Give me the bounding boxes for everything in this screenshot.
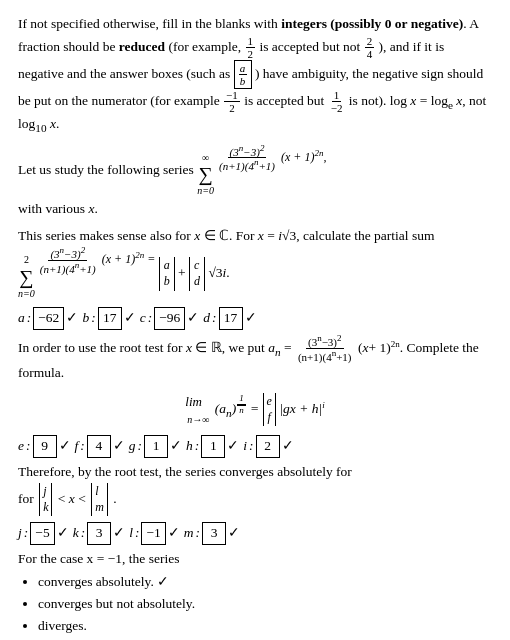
case-neg1-item-1[interactable]: converges absolutely. ✓ xyxy=(38,572,492,593)
answer-row-3: j: −5 ✓ k: 3 ✓ l: −1 ✓ m: 3 ✓ xyxy=(18,522,492,545)
answer-row-2: e: 9 ✓ f: 4 ✓ g: 1 ✓ h: 1 ✓ i: 2 ✓ xyxy=(18,435,492,458)
paragraph-5: Therefore, by the root test, the series … xyxy=(18,462,492,516)
para4-text: In order to use the root test for x ∈ ℝ,… xyxy=(18,340,479,380)
input-k: k: 3 ✓ xyxy=(73,522,126,545)
for-line: for j k < x < l m . xyxy=(18,491,117,506)
input-b: b: 17 ✓ xyxy=(82,307,135,330)
limit-formula: lim n→∞ (an)1n = e f |gx + h|i xyxy=(18,392,492,428)
case-neg1-item-2[interactable]: converges but not absolutely. xyxy=(38,594,492,615)
para5-text: Therefore, by the root test, the series … xyxy=(18,464,352,479)
case-neg1-label: For the case x = −1, the series xyxy=(18,551,179,566)
input-e: e: 9 ✓ xyxy=(18,435,71,458)
check-mark-1: ✓ xyxy=(157,574,169,589)
case-neg1-block: For the case x = −1, the series converge… xyxy=(18,549,492,637)
input-c: c: −96 ✓ xyxy=(140,307,200,330)
answer-row-1: a: −62 ✓ b: 17 ✓ c: −96 ✓ d: 17 ✓ xyxy=(18,307,492,330)
paragraph-2: Let us study the following series ∞ ∑ n=… xyxy=(18,144,492,220)
case-neg1-list: converges absolutely. ✓ converges but no… xyxy=(38,572,492,637)
input-a: a: −62 ✓ xyxy=(18,307,78,330)
input-l: l: −1 ✓ xyxy=(129,522,180,545)
input-m: m: 3 ✓ xyxy=(184,522,240,545)
input-f: f: 4 ✓ xyxy=(75,435,125,458)
main-content: If not specified otherwise, fill in the … xyxy=(18,14,492,640)
limit-expr: lim n→∞ (an)1n = e f |gx + h|i xyxy=(185,401,324,416)
paragraph-3: This series makes sense also for x ∈ ℂ. … xyxy=(18,226,492,302)
input-j: j: −5 ✓ xyxy=(18,522,69,545)
para3-text: This series makes sense also for x ∈ ℂ. … xyxy=(18,228,434,281)
para1-text: If not specified otherwise, fill in the … xyxy=(18,16,486,131)
input-d: d: 17 ✓ xyxy=(203,307,256,330)
input-h: h: 1 ✓ xyxy=(186,435,239,458)
paragraph-1: If not specified otherwise, fill in the … xyxy=(18,14,492,138)
input-i: i: 2 ✓ xyxy=(243,435,293,458)
input-g: g: 1 ✓ xyxy=(129,435,182,458)
para2-text: Let us study the following series ∞ ∑ n=… xyxy=(18,162,326,177)
case-neg1-item-3[interactable]: diverges. xyxy=(38,616,492,637)
paragraph-4: In order to use the root test for x ∈ ℝ,… xyxy=(18,334,492,383)
